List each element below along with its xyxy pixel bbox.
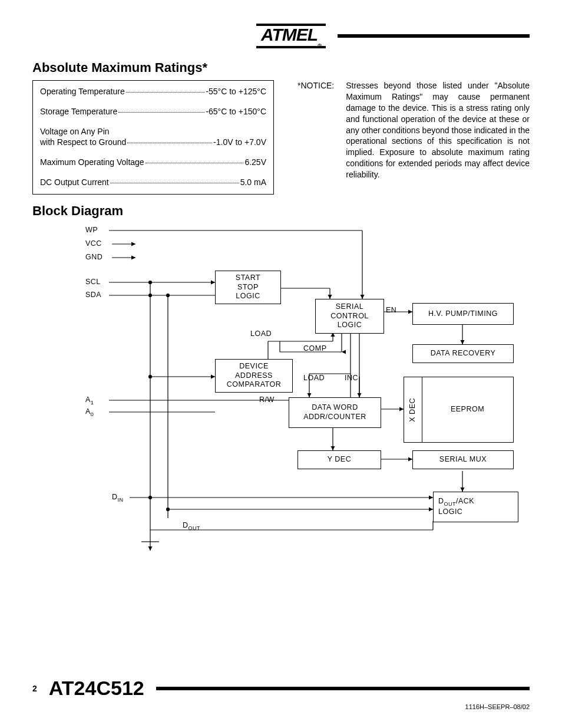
rating-value: -65°C to +150°C xyxy=(206,107,266,116)
block-start-stop: START STOP LOGIC xyxy=(215,271,281,304)
label-inc: INC xyxy=(345,374,358,382)
notice-block: *NOTICE: Stresses beyond those listed un… xyxy=(297,80,530,180)
label-comp: COMP xyxy=(303,344,327,353)
pin-dout: DOUT xyxy=(183,521,200,531)
logo-text: ATMEL xyxy=(261,25,318,44)
rating-value: -1.0V to +7.0V xyxy=(213,137,266,147)
pin-din: DIN xyxy=(112,493,124,503)
header-rule xyxy=(338,34,530,38)
pin-gnd: GND xyxy=(85,253,103,261)
label-rw: R/W xyxy=(259,396,275,404)
block-serial-mux: SERIAL MUX xyxy=(412,450,514,469)
block-x-dec: X DEC xyxy=(404,377,422,443)
block-diagram: WP VCC GND SCL SDA A1 A0 DIN DOUT START … xyxy=(80,223,527,559)
rating-label: DC Output Current xyxy=(40,177,109,187)
pin-a0: A0 xyxy=(85,407,94,417)
rating-row: Storage Temperature -65°C to +150°C xyxy=(40,107,266,116)
block-eeprom: EEPROM xyxy=(421,377,514,443)
svg-point-41 xyxy=(149,496,152,499)
notice-label: *NOTICE: xyxy=(297,80,334,180)
pin-wp: WP xyxy=(85,226,98,234)
block-y-dec: Y DEC xyxy=(297,450,381,469)
block-device-addr-comp: DEVICE ADDRESS COMPARATOR xyxy=(215,359,293,393)
rating-label: Operating Temperature xyxy=(40,87,125,96)
ratings-heading: Absolute Maximum Ratings* xyxy=(32,60,530,75)
page-footer: 2 AT24C512 1116H–SEEPR–08/02 xyxy=(32,677,530,710)
label-load2: LOAD xyxy=(303,374,325,382)
block-data-word-counter: DATA WORD ADDR/COUNTER xyxy=(289,397,381,428)
atmel-logo: ATMEL® xyxy=(256,24,326,48)
pin-vcc: VCC xyxy=(85,239,102,248)
rating-row: Operating Temperature -55°C to +125°C xyxy=(40,87,266,96)
rating-label: Storage Temperature xyxy=(40,107,117,116)
block-diagram-heading: Block Diagram xyxy=(32,203,530,219)
label-en: EN xyxy=(386,306,396,314)
block-data-recovery: DATA RECOVERY xyxy=(412,344,514,363)
rating-label: Maximum Operating Voltage xyxy=(40,157,144,167)
doc-code: 1116H–SEEPR–08/02 xyxy=(32,703,530,710)
pin-scl: SCL xyxy=(85,278,101,286)
registered-mark: ® xyxy=(318,43,321,50)
block-hv-pump: H.V. PUMP/TIMING xyxy=(412,303,514,325)
rating-value: 6.25V xyxy=(244,157,266,167)
block-dout-ack: DOUT/ACK LOGIC xyxy=(433,492,518,522)
rating-value: -55°C to +125°C xyxy=(206,87,266,96)
rating-label: Voltage on Any Pin xyxy=(40,127,266,136)
notice-text: Stresses beyond those listed under "Abso… xyxy=(346,80,530,180)
page-header: ATMEL® xyxy=(32,24,530,48)
rating-row: Voltage on Any Pin with Respect to Groun… xyxy=(40,127,266,147)
pin-sda: SDA xyxy=(85,291,101,299)
ratings-table: Operating Temperature -55°C to +125°C St… xyxy=(32,80,274,195)
rating-row: DC Output Current 5.0 mA xyxy=(40,177,266,187)
label-load: LOAD xyxy=(250,330,272,338)
part-number: AT24C512 xyxy=(49,677,144,700)
block-serial-control: SERIAL CONTROL LOGIC xyxy=(315,299,384,334)
footer-rule xyxy=(156,687,530,690)
rating-sublabel: with Respect to Ground xyxy=(40,137,126,147)
pin-a1: A1 xyxy=(85,396,94,406)
page-number: 2 xyxy=(32,684,37,693)
rating-row: Maximum Operating Voltage 6.25V xyxy=(40,157,266,167)
rating-value: 5.0 mA xyxy=(240,177,266,187)
